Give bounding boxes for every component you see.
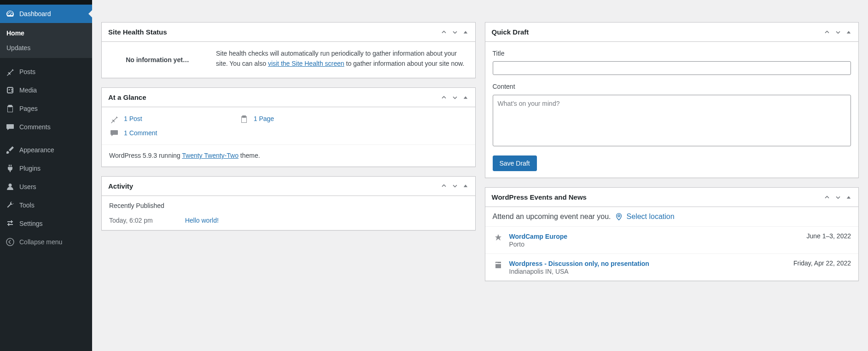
toggle-icon[interactable] (462, 29, 469, 36)
quick-draft-title-input[interactable] (493, 61, 851, 75)
event-row: WordCamp Europe Porto June 1–3, 2022 (485, 226, 859, 253)
settings-icon (6, 219, 15, 228)
widget-header: WordPress Events and News (485, 188, 859, 207)
toggle-icon[interactable] (462, 182, 469, 190)
toolbar-gap (0, 0, 92, 5)
widget-title: Quick Draft (492, 28, 529, 36)
move-up-icon[interactable] (440, 29, 448, 36)
toggle-icon[interactable] (845, 194, 852, 201)
toggle-icon[interactable] (845, 29, 852, 36)
glance-theme-link[interactable]: Twenty Twenty-Two (182, 152, 239, 159)
glance-version-line: WordPress 5.9.3 running Twenty Twenty-Tw… (102, 144, 475, 166)
sidebar-sub-home[interactable]: Home (0, 26, 92, 40)
wordcamp-icon (493, 232, 504, 248)
sidebar-item-plugins[interactable]: Plugins (0, 159, 92, 178)
brush-icon (6, 145, 15, 155)
move-down-icon[interactable] (834, 194, 842, 201)
sidebar-item-users[interactable]: Users (0, 178, 92, 196)
sidebar-item-appearance[interactable]: Appearance (0, 141, 92, 159)
meetup-icon (493, 259, 504, 275)
collapse-icon (6, 237, 15, 247)
plug-icon (6, 164, 15, 173)
widget-title: WordPress Events and News (492, 193, 587, 201)
widget-header: Site Health Status (102, 23, 475, 42)
sidebar-submenu-dashboard: Home Updates (0, 23, 92, 58)
move-up-icon[interactable] (823, 194, 831, 201)
activity-post-link[interactable]: Hello world! (185, 215, 219, 225)
move-up-icon[interactable] (440, 182, 448, 190)
pin-icon (6, 67, 15, 76)
widget-quick-draft: Quick Draft Title Content Save Draft (485, 22, 859, 178)
admin-sidebar: Dashboard Home Updates Posts Media Pages… (0, 0, 92, 290)
main-content: Site Health Status No information yet… S… (92, 0, 868, 290)
event-date: June 1–3, 2022 (806, 232, 851, 248)
user-icon (6, 182, 15, 191)
sidebar-item-dashboard[interactable]: Dashboard (0, 5, 92, 23)
sidebar-item-label: Pages (19, 105, 38, 112)
quick-draft-title-label: Title (493, 48, 851, 58)
glance-comments-link[interactable]: 1 Comment (109, 128, 468, 138)
move-up-icon[interactable] (823, 29, 831, 36)
pages-icon (239, 114, 249, 124)
sidebar-collapse[interactable]: Collapse menu (0, 233, 92, 251)
events-near-row: Attend an upcoming event near you. Selec… (485, 207, 859, 226)
sidebar-item-comments[interactable]: Comments (0, 118, 92, 136)
widget-header: At a Glance (102, 88, 475, 107)
move-down-icon[interactable] (451, 29, 459, 36)
quick-draft-content-textarea[interactable] (493, 95, 851, 146)
site-health-link[interactable]: visit the Site Health screen (268, 60, 344, 67)
sidebar-item-label: Tools (19, 201, 35, 209)
event-title-link[interactable]: WordCamp Europe (509, 233, 568, 240)
widget-title: Site Health Status (108, 28, 167, 36)
sidebar-item-label: Posts (19, 68, 35, 75)
sidebar-item-label: Comments (19, 123, 51, 131)
sidebar-item-label: Plugins (19, 165, 41, 172)
glance-posts-link[interactable]: 1 Post (109, 114, 142, 124)
sidebar-item-label: Appearance (19, 146, 54, 154)
select-location-link[interactable]: Select location (627, 213, 675, 221)
sidebar-item-label: Users (19, 183, 36, 190)
pages-icon (6, 104, 15, 113)
toggle-icon[interactable] (462, 94, 469, 101)
widget-title: At a Glance (108, 93, 146, 101)
sidebar-item-tools[interactable]: Tools (0, 196, 92, 214)
sidebar-item-pages[interactable]: Pages (0, 99, 92, 118)
comment-icon (6, 122, 15, 132)
widget-header: Activity (102, 177, 475, 196)
move-down-icon[interactable] (451, 94, 459, 101)
sidebar-item-label: Dashboard (19, 10, 51, 17)
sidebar-item-label: Media (19, 86, 37, 94)
comment-icon (109, 128, 119, 138)
event-location: Porto (509, 241, 801, 248)
widget-header: Quick Draft (485, 23, 859, 42)
event-location: Indianapolis IN, USA (509, 268, 788, 275)
wrench-icon (6, 201, 15, 210)
sidebar-item-posts[interactable]: Posts (0, 63, 92, 81)
glance-pages-link[interactable]: 1 Page (239, 114, 274, 124)
widget-at-a-glance: At a Glance 1 Post (101, 87, 476, 167)
save-draft-button[interactable]: Save Draft (493, 155, 537, 171)
event-row: Wordpress - Discussion only, no presenta… (485, 253, 859, 281)
sidebar-item-label: Settings (19, 220, 43, 227)
activity-row: Today, 6:02 pm Hello world! (109, 215, 468, 225)
activity-time: Today, 6:02 pm (109, 215, 153, 225)
event-title-link[interactable]: Wordpress - Discussion only, no presenta… (509, 260, 649, 267)
media-icon (6, 86, 15, 95)
widget-site-health: Site Health Status No information yet… S… (101, 22, 476, 78)
site-health-description: Site health checks will automatically ru… (216, 48, 468, 71)
pin-icon (109, 114, 119, 124)
sidebar-item-settings[interactable]: Settings (0, 214, 92, 233)
sidebar-sub-updates[interactable]: Updates (0, 40, 92, 55)
move-up-icon[interactable] (440, 94, 448, 101)
widget-events-news: WordPress Events and News Attend an upco… (485, 187, 859, 281)
move-down-icon[interactable] (834, 29, 842, 36)
event-date: Friday, Apr 22, 2022 (793, 259, 851, 275)
site-health-no-info: No information yet… (109, 48, 206, 71)
dashboard-icon (6, 9, 15, 18)
quick-draft-content-label: Content (493, 81, 851, 92)
widget-activity: Activity Recently Published Today, 6:02 … (101, 176, 476, 231)
svg-point-0 (6, 238, 14, 246)
activity-recent-heading: Recently Published (109, 201, 468, 211)
sidebar-item-media[interactable]: Media (0, 81, 92, 99)
move-down-icon[interactable] (451, 182, 459, 190)
